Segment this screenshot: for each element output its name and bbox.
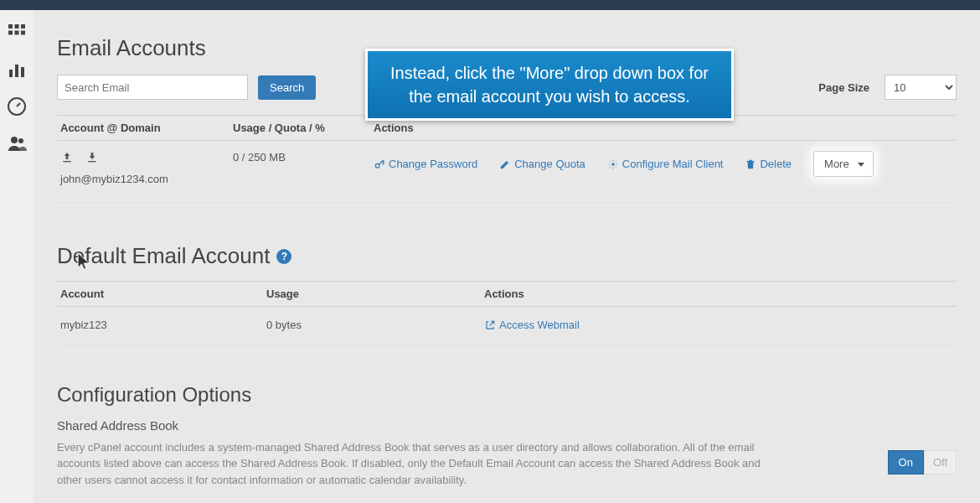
- default-table-row: mybiz123 0 bytes Access Webmail: [57, 307, 957, 346]
- default-usage: 0 bytes: [266, 319, 484, 334]
- svg-rect-3: [8, 31, 13, 35]
- default-account-name: mybiz123: [57, 319, 266, 334]
- table-row: john@mybiz1234.com 0 / 250 MB Change Pas…: [57, 141, 957, 203]
- grid-icon[interactable]: [7, 23, 27, 43]
- toggle-on-button[interactable]: On: [888, 450, 924, 474]
- instruction-overlay: Instead, click the "More" drop down box …: [365, 49, 734, 121]
- svg-rect-0: [8, 24, 13, 29]
- stats-icon[interactable]: [7, 60, 27, 80]
- change-quota-link[interactable]: Change Quota: [499, 158, 585, 170]
- svg-point-15: [611, 163, 615, 166]
- svg-point-11: [18, 138, 23, 143]
- svg-rect-4: [15, 31, 19, 35]
- pagesize-group: Page Size 10: [818, 75, 957, 100]
- search-input[interactable]: [57, 75, 248, 100]
- account-cell: john@mybiz1234.com: [57, 151, 233, 185]
- col-header-actions: Actions: [374, 122, 957, 134]
- help-icon[interactable]: ?: [276, 249, 291, 264]
- svg-rect-2: [21, 24, 25, 29]
- svg-point-14: [375, 163, 379, 168]
- trash-icon: [745, 158, 756, 170]
- account-email: john@mybiz1234.com: [60, 173, 233, 185]
- upload-icon[interactable]: [60, 151, 74, 164]
- usage-cell: 0 / 250 MB: [233, 151, 374, 163]
- change-password-link[interactable]: Change Password: [374, 158, 477, 170]
- svg-rect-13: [88, 161, 95, 162]
- actions-cell: Change Password Change Quota Configure M…: [374, 151, 957, 177]
- key-icon: [374, 158, 385, 170]
- default-table-header: Account Usage Actions: [57, 281, 957, 307]
- access-webmail-link[interactable]: Access Webmail: [484, 319, 580, 331]
- top-bar: [0, 0, 980, 10]
- svg-rect-6: [9, 70, 13, 77]
- dashboard-icon[interactable]: [7, 96, 27, 117]
- svg-rect-12: [63, 161, 70, 162]
- svg-rect-8: [21, 67, 24, 77]
- delete-link[interactable]: Delete: [745, 158, 792, 170]
- config-subtitle: Shared Address Book: [57, 418, 957, 433]
- search-button[interactable]: Search: [258, 75, 316, 100]
- dcol-usage: Usage: [266, 288, 484, 300]
- svg-rect-7: [15, 65, 18, 77]
- col-header-usage: Usage / Quota / %: [233, 122, 374, 134]
- svg-rect-1: [15, 24, 19, 29]
- pagesize-select[interactable]: 10: [885, 75, 957, 100]
- pencil-icon: [499, 158, 511, 170]
- col-header-account: Account @ Domain: [57, 122, 233, 134]
- config-description: Every cPanel account includes a system-m…: [57, 439, 777, 489]
- sidebar: [0, 10, 34, 503]
- external-link-icon: [484, 319, 496, 331]
- default-account-title: Default Email Account ?: [57, 243, 957, 269]
- download-icon[interactable]: [85, 151, 99, 164]
- toggle-off-button[interactable]: Off: [924, 450, 957, 474]
- gear-icon: [607, 158, 619, 170]
- toggle-group: On Off: [888, 450, 957, 474]
- config-title: Configuration Options: [57, 383, 957, 407]
- dcol-account: Account: [57, 288, 266, 300]
- pagesize-label: Page Size: [818, 81, 869, 94]
- users-icon[interactable]: [7, 133, 27, 153]
- svg-point-10: [11, 137, 18, 143]
- more-dropdown[interactable]: More: [813, 151, 874, 177]
- svg-rect-5: [21, 31, 25, 35]
- configure-mail-link[interactable]: Configure Mail Client: [607, 158, 724, 170]
- dcol-actions: Actions: [484, 288, 957, 300]
